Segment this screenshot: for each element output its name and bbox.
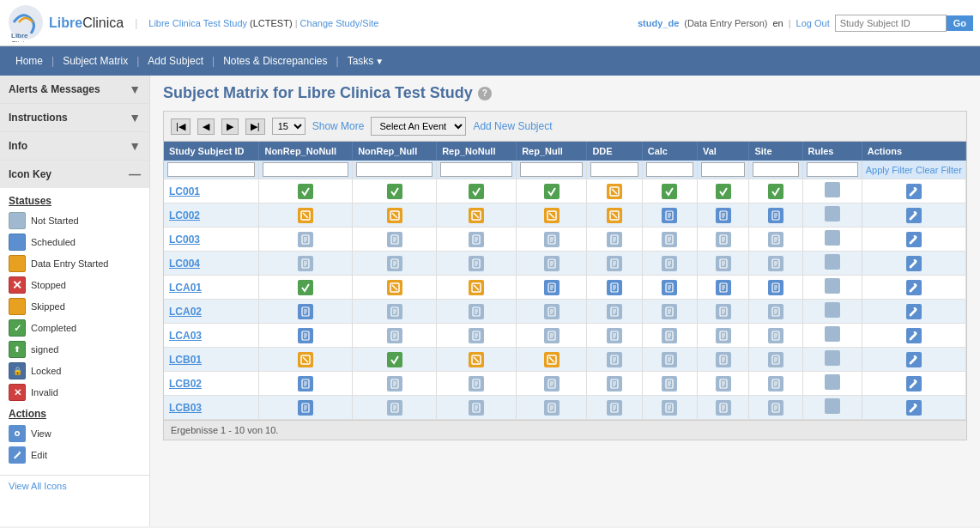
completed-status-icon[interactable] [716,184,731,199]
nav-notes-discrepancies[interactable]: Notes & Discrepancies [215,46,336,76]
nav-tasks[interactable]: Tasks ▼ [339,46,393,76]
blue-light-status-icon[interactable] [607,232,622,247]
blue-light-status-icon[interactable] [544,256,560,271]
orange-status-icon[interactable] [607,184,622,199]
blue-light-status-icon[interactable] [544,328,560,343]
blue-light-status-icon[interactable] [607,400,622,416]
blue-light-status-icon[interactable] [768,232,783,247]
wrench-status-icon[interactable] [906,208,922,223]
blue-light-status-icon[interactable] [662,232,677,247]
blue-light-status-icon[interactable] [544,400,560,416]
blue-status-icon[interactable] [544,280,560,295]
sidebar-info-header[interactable]: Info ▼ [0,132,149,160]
blue-light-status-icon[interactable] [662,304,677,319]
blue-light-status-icon[interactable] [716,304,731,319]
orange-status-icon[interactable] [544,352,560,367]
blue-light-status-icon[interactable] [768,256,783,271]
sidebar-icon-key-header[interactable]: Icon Key — [0,161,149,188]
study-name-link[interactable]: Libre Clinica Test Study [148,18,247,28]
blue-status-icon[interactable] [768,208,783,223]
completed-status-icon[interactable] [298,184,313,199]
blue-light-status-icon[interactable] [716,400,731,416]
blue-light-status-icon[interactable] [716,232,731,247]
blue-light-status-icon[interactable] [607,328,622,343]
blue-light-status-icon[interactable] [607,256,622,271]
add-new-subject-link[interactable]: Add New Subject [473,120,552,132]
blue-light-status-icon[interactable] [387,376,402,391]
blue-light-status-icon[interactable] [716,328,731,343]
wrench-status-icon[interactable] [906,232,922,247]
show-more-link[interactable]: Show More [312,120,365,132]
completed-status-icon[interactable] [544,184,560,199]
orange-status-icon[interactable] [298,352,313,367]
completed-status-icon[interactable] [469,184,484,199]
wrench-status-icon[interactable] [906,328,922,343]
search-input[interactable] [835,15,947,32]
blue-status-icon[interactable] [298,328,313,343]
blue-light-status-icon[interactable] [469,328,484,343]
last-page-button[interactable]: ▶| [245,118,265,135]
filter-col2-input[interactable] [263,162,348,177]
blue-light-status-icon[interactable] [768,376,783,391]
blue-light-status-icon[interactable] [544,376,560,391]
subject-id-link[interactable]: LC002 [169,209,200,222]
nav-home[interactable]: Home [7,46,51,76]
filter-col8-input[interactable] [701,162,745,177]
blue-status-icon[interactable] [716,280,731,295]
subject-id-link[interactable]: LCB01 [169,354,202,366]
nav-subject-matrix[interactable]: Subject Matrix [54,46,136,76]
completed-status-icon[interactable] [662,184,677,199]
subject-id-link[interactable]: LC001 [169,185,200,197]
blue-light-status-icon[interactable] [298,256,313,271]
blue-light-status-icon[interactable] [716,256,731,271]
filter-col9-input[interactable] [753,162,798,177]
per-page-select[interactable]: 5 10 15 20 50 [272,118,305,135]
blue-light-status-icon[interactable] [387,304,402,319]
apply-filter-link[interactable]: Apply Filter [866,165,913,175]
completed-status-icon[interactable] [387,184,402,199]
completed-status-icon[interactable] [768,184,783,199]
blue-light-status-icon[interactable] [768,304,783,319]
blue-light-status-icon[interactable] [662,256,677,271]
wrench-status-icon[interactable] [906,376,922,391]
sidebar-instructions-header[interactable]: Instructions ▼ [0,104,149,131]
first-page-button[interactable]: |◀ [171,118,191,135]
completed-status-icon[interactable] [387,352,402,367]
blue-light-status-icon[interactable] [607,376,622,391]
subject-id-link[interactable]: LCA02 [169,306,202,318]
blue-light-status-icon[interactable] [716,352,731,367]
blue-status-icon[interactable] [662,208,677,223]
blue-status-icon[interactable] [298,376,313,391]
sidebar-alerts-header[interactable]: Alerts & Messages ▼ [0,76,149,103]
blue-light-status-icon[interactable] [469,256,484,271]
orange-status-icon[interactable] [469,352,484,367]
change-study-link[interactable]: Change Study/Site [300,18,379,28]
blue-light-status-icon[interactable] [662,352,677,367]
completed-status-icon[interactable] [298,280,313,295]
wrench-status-icon[interactable] [906,352,922,367]
blue-light-status-icon[interactable] [768,400,783,416]
blue-light-status-icon[interactable] [387,232,402,247]
blue-light-status-icon[interactable] [469,376,484,391]
filter-col3-input[interactable] [356,162,433,177]
logout-link[interactable]: Log Out [796,18,830,28]
user-link[interactable]: study_de [638,18,679,28]
clear-filter-link[interactable]: Clear Filter [916,165,962,175]
wrench-status-icon[interactable] [906,256,922,271]
filter-col7-input[interactable] [646,162,693,177]
wrench-status-icon[interactable] [906,304,922,319]
blue-status-icon[interactable] [298,304,313,319]
blue-light-status-icon[interactable] [469,400,484,416]
blue-light-status-icon[interactable] [469,304,484,319]
orange-status-icon[interactable] [387,280,402,295]
blue-light-status-icon[interactable] [768,352,783,367]
wrench-status-icon[interactable] [906,280,922,295]
blue-light-status-icon[interactable] [662,376,677,391]
blue-light-status-icon[interactable] [298,232,313,247]
subject-id-link[interactable]: LC003 [169,234,200,246]
orange-status-icon[interactable] [607,208,622,223]
orange-status-icon[interactable] [469,208,484,223]
filter-col4-input[interactable] [440,162,512,177]
blue-light-status-icon[interactable] [387,328,402,343]
orange-status-icon[interactable] [544,208,560,223]
